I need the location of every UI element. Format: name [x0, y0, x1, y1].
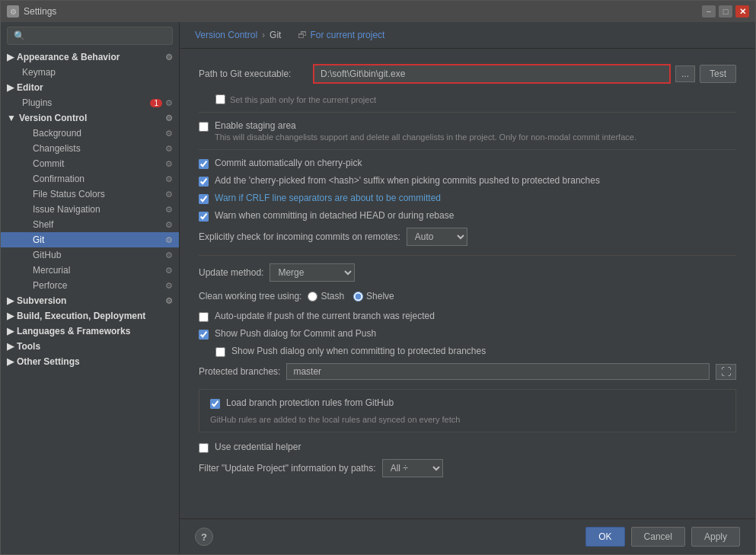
sidebar-label-keymap: Keymap	[22, 67, 56, 78]
update-method-row: Update method: Merge Rebase Branch defau…	[199, 263, 736, 282]
radio-stash[interactable]	[308, 292, 317, 301]
title-bar-controls: − □ ✕	[702, 5, 749, 18]
sidebar-item-git[interactable]: Git ⚙	[1, 232, 179, 247]
set-path-checkbox[interactable]	[215, 94, 225, 104]
sidebar-item-vcs[interactable]: ▼ Version Control ⚙	[1, 110, 179, 126]
settings-icon-vcs: ⚙	[165, 113, 173, 123]
settings-icon-git: ⚙	[165, 235, 173, 245]
update-method-label: Update method:	[199, 267, 263, 278]
sidebar-item-languages[interactable]: ▶ Languages & Frameworks	[1, 324, 179, 339]
cancel-button[interactable]: Cancel	[631, 527, 685, 547]
sidebar-item-subversion[interactable]: ▶ Subversion ⚙	[1, 293, 179, 308]
sidebar-item-build[interactable]: ▶ Build, Execution, Deployment	[1, 308, 179, 324]
search-input[interactable]	[7, 27, 173, 45]
settings-icon-plugins: ⚙	[165, 98, 173, 108]
settings-icon-hg: ⚙	[165, 266, 173, 276]
radio-stash-label[interactable]: Stash	[308, 291, 344, 301]
warn-crlf-label: Warn if CRLF line separators are about t…	[215, 193, 441, 203]
settings-icon-cl: ⚙	[165, 144, 173, 154]
separator-3	[199, 255, 736, 256]
sidebar: ▶ Appearance & Behavior ⚙ Keymap ▶ Edito…	[1, 22, 180, 554]
enable-staging-sublabel: This will disable changelists support an…	[215, 132, 636, 142]
show-push-protected-checkbox[interactable]	[215, 347, 225, 357]
enable-staging-row: Enable staging area This will disable ch…	[199, 120, 736, 142]
clean-radio-group: Stash Shelve	[308, 291, 394, 301]
git-executable-group: ... Test	[313, 64, 736, 84]
sidebar-label-build: Build, Execution, Deployment	[14, 311, 173, 321]
sidebar-item-plugins[interactable]: Plugins 1 ⚙	[1, 95, 179, 110]
sidebar-item-issue-navigation[interactable]: Issue Navigation ⚙	[1, 202, 179, 217]
sidebar-label-vcs: Version Control	[16, 113, 165, 123]
enable-staging-label: Enable staging area	[215, 120, 636, 131]
sidebar-label-appearance: Appearance & Behavior	[14, 52, 165, 62]
sidebar-label-mercurial: Mercurial	[33, 265, 70, 276]
search-box	[7, 27, 173, 45]
content-area: ▶ Appearance & Behavior ⚙ Keymap ▶ Edito…	[1, 22, 755, 554]
browse-button[interactable]: ...	[675, 65, 695, 82]
sidebar-item-changelists[interactable]: Changelists ⚙	[1, 141, 179, 156]
settings-body: Path to Git executable: ... Test Set thi…	[180, 49, 755, 518]
sidebar-label-github: GitHub	[33, 250, 61, 260]
separator-2	[199, 149, 736, 150]
maximize-button[interactable]: □	[719, 5, 732, 18]
sidebar-item-editor[interactable]: ▶ Editor	[1, 80, 179, 95]
close-button[interactable]: ✕	[735, 5, 749, 18]
sidebar-label-perforce: Perforce	[33, 280, 67, 291]
update-method-select[interactable]: Merge Rebase Branch default	[270, 263, 355, 282]
breadcrumb-parent[interactable]: Version Control	[195, 30, 257, 40]
auto-update-checkbox[interactable]	[199, 312, 209, 322]
sidebar-item-file-status-colors[interactable]: File Status Colors ⚙	[1, 187, 179, 202]
clean-working-label: Clean working tree using:	[199, 291, 301, 301]
load-branch-protection-label: Load branch protection rules from GitHub	[226, 397, 394, 408]
sidebar-item-perforce[interactable]: Perforce ⚙	[1, 278, 179, 293]
check-incoming-select[interactable]: Auto Always Never	[407, 228, 467, 246]
check-incoming-label: Explicitly check for incoming commits on…	[199, 231, 400, 242]
commit-cherry-pick-checkbox[interactable]	[199, 159, 209, 169]
ok-button[interactable]: OK	[585, 527, 624, 547]
credential-label: Use credential helper	[215, 442, 301, 452]
apply-button[interactable]: Apply	[691, 527, 740, 547]
sidebar-item-other-settings[interactable]: ▶ Other Settings	[1, 354, 179, 369]
git-executable-input[interactable]	[313, 64, 671, 84]
filter-update-select[interactable]: All ÷	[382, 459, 443, 477]
sidebar-item-shelf[interactable]: Shelf ⚙	[1, 217, 179, 232]
sidebar-item-background[interactable]: Background ⚙	[1, 126, 179, 141]
show-push-label: Show Push dialog for Commit and Push	[215, 328, 376, 339]
show-push-checkbox[interactable]	[199, 330, 209, 340]
warn-detached-label: Warn when committing in detached HEAD or…	[215, 210, 454, 221]
enable-staging-checkbox[interactable]	[199, 122, 209, 132]
settings-icon-bg: ⚙	[165, 129, 173, 139]
settings-icon-commit: ⚙	[165, 159, 173, 169]
settings-window-icon: ⚙	[7, 5, 19, 18]
sidebar-item-github[interactable]: GitHub ⚙	[1, 247, 179, 263]
radio-shelve[interactable]	[353, 292, 363, 301]
git-executable-row: Path to Git executable: ... Test	[199, 64, 736, 84]
shelve-label: Shelve	[366, 291, 394, 301]
sidebar-item-tools[interactable]: ▶ Tools	[1, 339, 179, 354]
sidebar-label-background: Background	[33, 128, 81, 139]
sidebar-item-mercurial[interactable]: Mercurial ⚙	[1, 263, 179, 278]
radio-shelve-label[interactable]: Shelve	[353, 291, 394, 301]
breadcrumb-current: Git	[270, 30, 281, 40]
credential-checkbox[interactable]	[199, 443, 209, 453]
sidebar-item-confirmation[interactable]: Confirmation ⚙	[1, 171, 179, 187]
set-path-row: Set this path only for the current proje…	[199, 94, 736, 104]
load-branch-protection-checkbox[interactable]	[210, 399, 220, 409]
help-button[interactable]: ?	[195, 528, 213, 546]
sidebar-item-keymap[interactable]: Keymap	[1, 65, 179, 80]
check-incoming-row: Explicitly check for incoming commits on…	[199, 228, 736, 246]
protected-branches-input[interactable]	[286, 363, 710, 380]
test-button[interactable]: Test	[700, 65, 736, 83]
breadcrumb-project-label[interactable]: For current project	[310, 30, 384, 40]
warn-detached-checkbox[interactable]	[199, 212, 209, 222]
sidebar-item-commit[interactable]: Commit ⚙	[1, 156, 179, 171]
warn-detached-row: Warn when committing in detached HEAD or…	[199, 210, 736, 222]
collapse-arrow-svn: ▶	[7, 295, 14, 306]
warn-crlf-checkbox[interactable]	[199, 194, 209, 204]
protected-branches-expand-button[interactable]: ⛶	[716, 364, 736, 380]
protected-branches-label: Protected branches:	[199, 366, 280, 377]
sidebar-item-appearance[interactable]: ▶ Appearance & Behavior ⚙	[1, 49, 179, 65]
minimize-button[interactable]: −	[702, 5, 716, 18]
add-suffix-checkbox[interactable]	[199, 177, 209, 187]
set-path-label-container[interactable]: Set this path only for the current proje…	[215, 94, 736, 104]
